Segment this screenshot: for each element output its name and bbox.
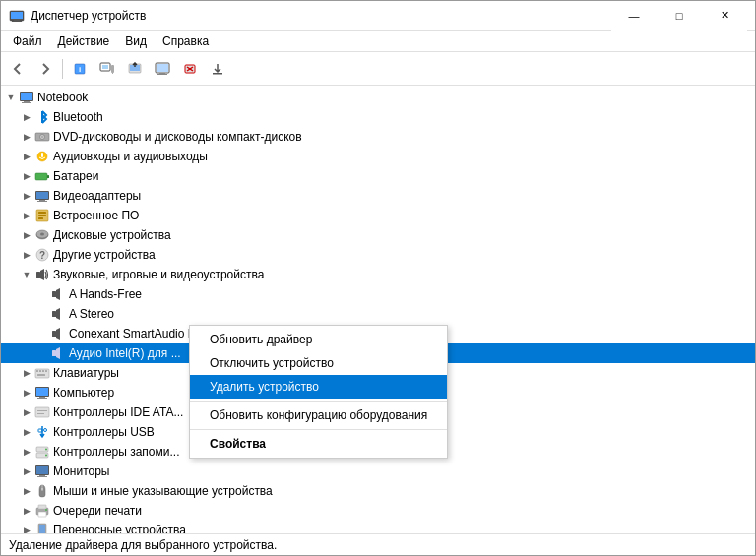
expander-disk[interactable]: ▶ — [19, 227, 34, 243]
tree-label-usb: Контроллеры USB — [53, 425, 155, 439]
tree-item-firmware[interactable]: ▶ Встроенное ПО — [1, 206, 755, 225]
svg-rect-61 — [37, 413, 44, 414]
remove-device-button[interactable] — [177, 56, 203, 82]
usb-icon — [34, 424, 50, 440]
expander-audio-io[interactable]: ▶ — [19, 149, 34, 164]
svg-rect-60 — [37, 410, 47, 411]
expander-video[interactable]: ▶ — [19, 188, 34, 204]
expander-notebook[interactable]: ▼ — [3, 90, 19, 105]
menu-view[interactable]: Вид — [117, 32, 155, 50]
svg-rect-48 — [52, 350, 56, 356]
device-tree[interactable]: ▼ Notebook ▶ Bluetooth ▶ — [1, 86, 755, 533]
menu-bar: Файл Действие Вид Справка — [1, 31, 755, 52]
battery-icon — [34, 168, 50, 184]
tree-item-hands-free[interactable]: ▶ A Hands-Free — [1, 284, 755, 304]
tree-label-notebook: Notebook — [37, 91, 88, 104]
svg-point-41 — [40, 233, 44, 236]
svg-rect-34 — [37, 201, 47, 202]
tree-item-notebook[interactable]: ▼ Notebook — [1, 88, 755, 107]
svg-rect-56 — [36, 388, 48, 396]
svg-rect-23 — [22, 102, 32, 103]
expander-other[interactable]: ▶ — [19, 247, 34, 263]
tree-item-audio-io[interactable]: ▶ Аудиовходы и аудиовыходы — [1, 147, 755, 166]
download-button[interactable] — [205, 56, 230, 82]
svg-rect-44 — [36, 272, 40, 278]
display-devices-button[interactable] — [150, 56, 175, 82]
mouse-icon — [34, 483, 50, 499]
svg-rect-28 — [41, 153, 43, 157]
expander-sound[interactable]: ▼ — [19, 267, 34, 282]
portable-icon — [34, 523, 50, 533]
forward-button[interactable] — [32, 56, 58, 82]
tree-item-other[interactable]: ▶ ? Другие устройства — [1, 245, 755, 265]
ctx-update-driver[interactable]: Обновить драйвер — [190, 328, 447, 351]
sound-icon — [34, 267, 50, 282]
tree-item-video[interactable]: ▶ Видеоадаптеры — [1, 186, 755, 206]
tree-item-dvd[interactable]: ▶ DVD-дисководы и дисководы компакт-диск… — [1, 127, 755, 147]
svg-rect-58 — [37, 398, 47, 399]
menu-action[interactable]: Действие — [50, 32, 118, 50]
tree-label-dvd: DVD-дисководы и дисководы компакт-дисков — [53, 130, 302, 144]
ctx-scan-hardware[interactable]: Обновить конфигурацию оборудования — [190, 403, 447, 427]
computer-icon — [19, 90, 34, 105]
expander-monitors[interactable]: ▶ — [19, 463, 34, 479]
tree-item-disk[interactable]: ▶ Дисковые устройства — [1, 225, 755, 245]
expander-dvd[interactable]: ▶ — [19, 129, 34, 145]
expander-computer[interactable]: ▶ — [19, 385, 34, 401]
expander-usb[interactable]: ▶ — [19, 424, 34, 440]
menu-help[interactable]: Справка — [155, 32, 217, 50]
expander-storage[interactable]: ▶ — [19, 444, 34, 460]
tree-item-portable[interactable]: ▶ Переносные устройства — [1, 521, 755, 533]
expander-keyboards[interactable]: ▶ — [19, 365, 34, 381]
expander-ide[interactable]: ▶ — [19, 404, 34, 420]
ctx-disable-device[interactable]: Отключить устройство — [190, 351, 447, 375]
tree-item-print[interactable]: ▶ Очереди печати — [1, 501, 755, 521]
tree-item-sound[interactable]: ▼ Звуковые, игровые и видеоустройства — [1, 265, 755, 284]
svg-rect-14 — [159, 73, 165, 74]
bluetooth-icon — [34, 109, 50, 125]
monitor-icon — [34, 463, 50, 479]
expander-mice[interactable]: ▶ — [19, 483, 34, 499]
expander-print[interactable]: ▶ — [19, 503, 34, 519]
expander-portable[interactable]: ▶ — [19, 523, 34, 533]
expander-batteries[interactable]: ▶ — [19, 168, 34, 184]
svg-text:i: i — [79, 65, 81, 74]
svg-rect-7 — [102, 65, 108, 69]
svg-rect-45 — [52, 291, 56, 297]
remove-icon — [183, 62, 197, 76]
svg-rect-75 — [38, 505, 46, 509]
title-controls: — □ ✕ — [611, 1, 747, 31]
tree-label-bluetooth: Bluetooth — [53, 110, 103, 124]
tree-label-hands-free: A Hands-Free — [69, 287, 142, 301]
svg-rect-33 — [39, 200, 45, 201]
tree-item-batteries[interactable]: ▶ Батареи — [1, 166, 755, 186]
svg-rect-29 — [35, 173, 47, 180]
scan-button[interactable] — [94, 56, 120, 82]
tree-item-stereo[interactable]: ▶ A Stereo — [1, 304, 755, 324]
svg-rect-50 — [36, 370, 38, 372]
svg-rect-59 — [35, 407, 49, 417]
computer-sm-icon — [34, 385, 50, 401]
tree-label-computer: Компьютер — [53, 386, 114, 400]
tree-label-ide: Контроллеры IDE ATA... — [53, 405, 183, 419]
update-driver-icon — [128, 62, 142, 76]
tree-label-audio-io: Аудиовходы и аудиовыходы — [53, 150, 208, 163]
menu-file[interactable]: Файл — [5, 32, 50, 50]
tree-item-mice[interactable]: ▶ Мыши и иные указывающие устройства — [1, 481, 755, 501]
maximize-button[interactable]: □ — [657, 1, 702, 31]
update-driver-button[interactable] — [122, 56, 148, 82]
ctx-uninstall-device[interactable]: Удалить устройство — [190, 375, 447, 399]
properties-toolbar-button[interactable]: i — [67, 56, 93, 82]
tree-item-bluetooth[interactable]: ▶ Bluetooth — [1, 107, 755, 127]
svg-point-26 — [41, 136, 43, 138]
minimize-button[interactable]: — — [611, 1, 657, 31]
svg-rect-47 — [52, 331, 56, 337]
svg-rect-9 — [112, 71, 113, 74]
tree-item-monitors[interactable]: ▶ Мониторы — [1, 462, 755, 481]
expander-firmware[interactable]: ▶ — [19, 208, 34, 223]
back-button[interactable] — [5, 56, 31, 82]
expander-bluetooth[interactable]: ▶ — [19, 109, 34, 125]
ctx-properties[interactable]: Свойства — [190, 432, 447, 456]
back-icon — [11, 62, 25, 76]
close-button[interactable]: ✕ — [702, 1, 747, 31]
